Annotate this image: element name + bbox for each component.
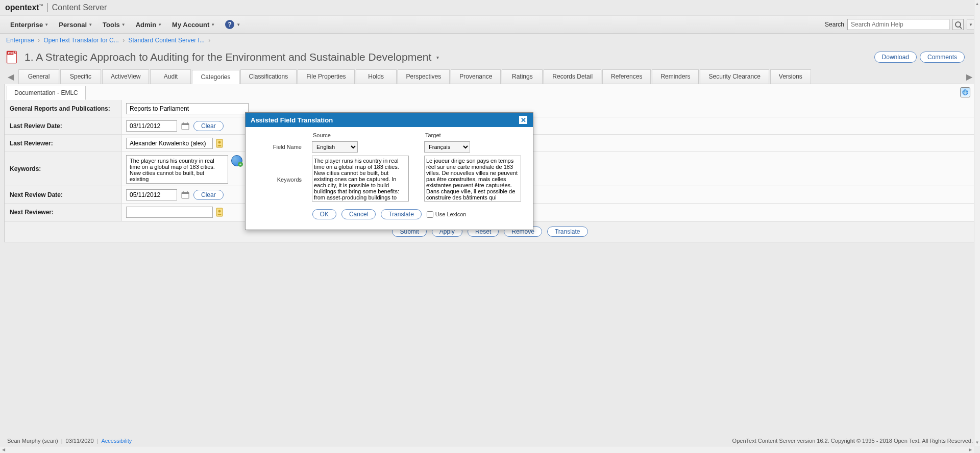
pdf-icon: PDF — [5, 50, 19, 64]
menu-my-account[interactable]: My Account▼ — [167, 18, 220, 32]
menu-personal[interactable]: Personal▼ — [54, 18, 97, 32]
brand-logo: opentext™ — [5, 3, 43, 12]
svg-rect-6 — [182, 123, 189, 125]
chevron-down-icon[interactable]: ▾ — [436, 55, 439, 60]
target-language-select[interactable]: Français — [424, 141, 470, 153]
footer-accessibility-link[interactable]: Accessibility — [101, 438, 132, 444]
tab-activeview[interactable]: ActiveView — [102, 69, 149, 84]
tab-strip: General Specific ActiveView Audit Catego… — [18, 69, 962, 84]
tab-holds[interactable]: Holds — [356, 69, 397, 84]
tab-audit[interactable]: Audit — [150, 69, 191, 84]
label-next-reviewer: Next Reviewer: — [5, 204, 122, 221]
field-name-label: Field Name — [256, 144, 302, 150]
chevron-down-icon[interactable]: ▼ — [236, 22, 240, 27]
next-reviewer-input[interactable] — [126, 207, 213, 218]
scroll-up-icon[interactable]: ▲ — [974, 0, 980, 7]
search-input[interactable] — [847, 19, 949, 30]
tab-ratings[interactable]: Ratings — [502, 69, 543, 84]
tab-specific[interactable]: Specific — [60, 69, 101, 84]
source-column-header: Source — [312, 132, 414, 138]
footer-copyright: OpenText Content Server version 16.2. Co… — [732, 438, 973, 444]
svg-point-10 — [218, 141, 221, 143]
tab-versions[interactable]: Versions — [770, 69, 811, 84]
tab-file-properties[interactable]: File Properties — [298, 69, 354, 84]
tab-perspectives[interactable]: Perspectives — [398, 69, 450, 84]
scroll-down-icon[interactable]: ▼ — [974, 439, 980, 446]
tab-scroll-left[interactable]: ◀ — [6, 69, 15, 84]
page-horizontal-scrollbar[interactable]: ◀ ▶ — [0, 446, 974, 453]
brand-product: Content Server — [52, 3, 107, 12]
tab-provenance[interactable]: Provenance — [451, 69, 501, 84]
translate-globe-button[interactable] — [960, 87, 970, 97]
breadcrumb: Enterprise › OpenText Translator for C..… — [0, 34, 980, 47]
label-keywords: Keywords: — [5, 152, 122, 186]
tab-records-detail[interactable]: Records Detail — [544, 69, 601, 84]
keywords-textarea[interactable] — [126, 155, 228, 184]
target-column-header: Target — [424, 132, 526, 138]
chevron-down-icon: ▼ — [158, 22, 162, 27]
chevron-right-icon: › — [38, 37, 40, 44]
dialog-titlebar[interactable]: Assisted Field Translation ✕ — [246, 113, 533, 127]
label-last-review-date: Last Review Date: — [5, 117, 122, 134]
menu-enterprise[interactable]: Enterprise▼ — [5, 18, 54, 32]
calendar-icon[interactable] — [180, 121, 190, 131]
modal-cancel-button[interactable]: Cancel — [341, 209, 376, 219]
calendar-icon[interactable] — [180, 190, 190, 200]
next-review-date-input[interactable] — [126, 189, 177, 200]
tab-container: ◀ General Specific ActiveView Audit Cate… — [0, 69, 980, 84]
footer-user: Sean Murphy (sean) — [7, 438, 58, 444]
translate-keywords-button[interactable] — [231, 155, 242, 166]
comments-button[interactable]: Comments — [920, 52, 965, 63]
tab-scroll-right[interactable]: ▶ — [965, 69, 974, 84]
user-picker-icon[interactable] — [216, 139, 225, 148]
modal-translate-button[interactable]: Translate — [381, 209, 422, 219]
title-row: PDF 1. A Strategic Approach to Auditing … — [0, 47, 980, 69]
source-text-textarea[interactable] — [312, 156, 409, 202]
use-lexicon-wrapper[interactable]: Use Lexicon — [427, 211, 467, 218]
download-button[interactable]: Download — [874, 52, 917, 63]
menu-admin[interactable]: Admin▼ — [131, 18, 167, 32]
title-actions: Download Comments — [874, 52, 975, 63]
dialog-title: Assisted Field Translation — [251, 116, 333, 124]
target-text-textarea[interactable] — [424, 156, 521, 202]
svg-rect-12 — [182, 192, 189, 194]
label-last-reviewer: Last Reviewer: — [5, 135, 122, 152]
svg-point-16 — [218, 210, 221, 213]
help-icon[interactable]: ? — [225, 20, 234, 29]
scroll-right-icon[interactable]: ▶ — [967, 447, 974, 452]
breadcrumb-item[interactable]: Enterprise — [6, 37, 34, 44]
translate-button[interactable]: Translate — [547, 226, 588, 237]
modal-ok-button[interactable]: OK — [312, 209, 336, 219]
clear-last-review-date-button[interactable]: Clear — [193, 121, 224, 131]
sub-tab-documentation[interactable]: Documentation - EMLC — [7, 86, 86, 100]
svg-text:PDF: PDF — [8, 52, 13, 55]
sub-tab-row: Documentation - EMLC — [4, 84, 976, 100]
menubar: Enterprise▼ Personal▼ Tools▼ Admin▼ My A… — [0, 15, 980, 34]
use-lexicon-label: Use Lexicon — [435, 211, 467, 217]
general-reports-input[interactable] — [126, 103, 249, 114]
tab-security-clearance[interactable]: Security Clearance — [700, 69, 769, 84]
user-picker-icon[interactable] — [216, 208, 225, 217]
tab-general[interactable]: General — [18, 69, 59, 84]
tab-classifications[interactable]: Classifications — [240, 69, 297, 84]
source-language-select[interactable]: English — [312, 141, 358, 153]
close-icon[interactable]: ✕ — [519, 115, 528, 124]
use-lexicon-checkbox[interactable] — [427, 211, 433, 218]
breadcrumb-item[interactable]: OpenText Translator for C... — [43, 37, 118, 44]
tab-categories[interactable]: Categories — [192, 70, 239, 84]
last-review-date-input[interactable] — [126, 120, 177, 132]
page-vertical-scrollbar[interactable]: ▲ ▼ — [974, 0, 980, 446]
page-title: 1. A Strategic Approach to Auditing for … — [24, 51, 431, 63]
clear-next-review-date-button[interactable]: Clear — [193, 190, 224, 200]
menu-tools[interactable]: Tools▼ — [97, 18, 131, 32]
tab-references[interactable]: References — [602, 69, 651, 84]
footer: Sean Murphy (sean) | 03/11/2020 | Access… — [0, 436, 980, 446]
chevron-down-icon: ▼ — [88, 22, 92, 27]
last-reviewer-input[interactable] — [126, 138, 213, 149]
breadcrumb-item[interactable]: Standard Content Server I... — [128, 37, 204, 44]
search-button[interactable] — [952, 19, 964, 30]
scroll-left-icon[interactable]: ◀ — [0, 447, 7, 452]
chevron-right-icon: › — [122, 37, 125, 44]
tab-reminders[interactable]: Reminders — [652, 69, 699, 84]
chevron-down-icon: ▼ — [44, 22, 48, 27]
